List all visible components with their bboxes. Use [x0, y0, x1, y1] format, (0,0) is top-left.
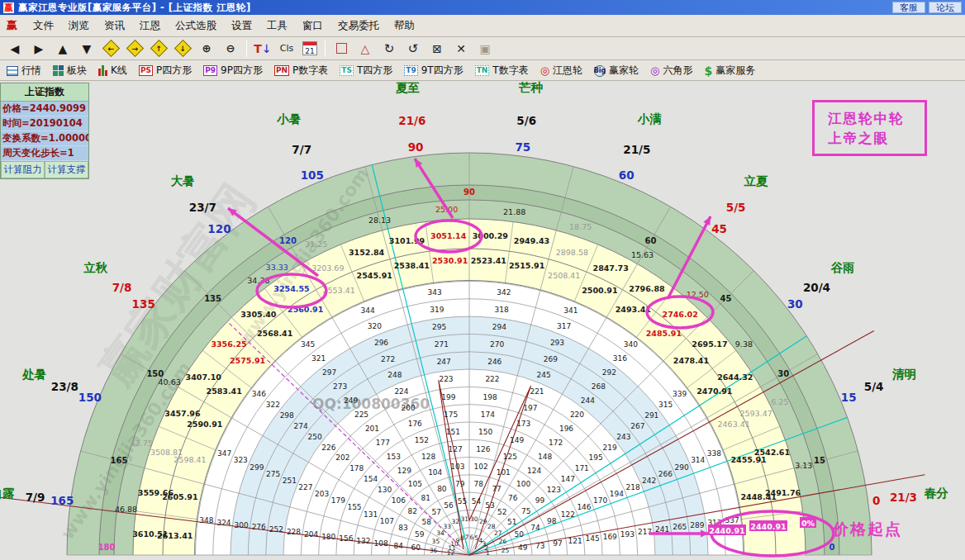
inner-degree-label: 165 [111, 456, 128, 465]
zoom-out-icon[interactable]: ⊖ [222, 40, 239, 57]
menu-help[interactable]: 帮助 [387, 17, 422, 36]
draw-triangle-icon[interactable]: △ [357, 40, 373, 57]
date-value: 时间=20190104 [1, 116, 88, 131]
forum-button[interactable]: 论坛 [929, 2, 962, 13]
menu-formula-stock[interactable]: 公式选股 [168, 17, 224, 36]
ring-number: 12 [447, 549, 455, 557]
price-value: 3305.40 [240, 310, 277, 319]
sort-price-icon[interactable]: T↓ [254, 40, 271, 57]
ring-number: 172 [549, 439, 563, 447]
ring-number: 125 [503, 453, 517, 461]
ring-number: 149 [510, 436, 524, 444]
ring-number: 314 [691, 456, 705, 464]
maximize-view-icon[interactable]: ⊠ [429, 40, 445, 57]
view-t-table[interactable]: TNT数字表 [475, 64, 529, 78]
nav-forward-icon[interactable]: ▶ [31, 40, 47, 57]
draw-square-icon[interactable] [333, 40, 349, 57]
view-sectors[interactable]: 板块 [53, 64, 87, 78]
ring-number: 203 [315, 490, 329, 498]
ring-number: 126 [476, 445, 490, 453]
view-winner-service[interactable]: $赢家服务 [704, 64, 755, 78]
view-winner-wheel[interactable]: Big赢家轮 [594, 64, 639, 78]
view-t-square[interactable]: TST四方形 [340, 64, 392, 78]
date-label: 21/6 [398, 114, 425, 127]
ring-number: 98 [547, 517, 557, 525]
view-9p-square[interactable]: P99P四方形 [203, 64, 263, 78]
ring-number: 25 [502, 547, 510, 554]
ring-number: 106 [392, 496, 406, 505]
view-p-table[interactable]: PNP数字表 [274, 64, 328, 78]
menu-window[interactable]: 窗口 [295, 17, 330, 36]
outer-degree-label: 60 [619, 168, 635, 182]
inner-degree-label: 180 [98, 543, 116, 552]
ring-number: 83 [398, 524, 407, 532]
view-gann-wheel[interactable]: ◎江恩轮 [540, 64, 582, 78]
service-button[interactable]: 客服 [892, 2, 925, 13]
ring-number: 291 [644, 411, 658, 420]
menu-settings[interactable]: 设置 [224, 17, 259, 36]
ps-icon: PS [139, 65, 153, 76]
menu-browse[interactable]: 浏览 [61, 17, 97, 36]
menu-file[interactable]: 文件 [26, 17, 61, 36]
outer-degree-label: 150 [78, 391, 102, 404]
ring-number: 107 [380, 517, 394, 525]
pan-down-icon[interactable]: ↓ [174, 40, 191, 57]
shrink-view-icon[interactable]: ✕ [453, 40, 469, 57]
view-quotes[interactable]: 行情 [7, 64, 41, 78]
title-bar: 赢 赢家江恩专业版[赢家服务平台] - [上证指数 江恩轮] 客服 论坛 [0, 0, 965, 15]
ring-number: 295 [432, 323, 446, 331]
ring-number: 318 [495, 306, 509, 314]
zoom-in-icon[interactable]: ⊕ [198, 40, 215, 57]
ring-number: 252 [269, 525, 283, 534]
inner-degree-label: 90 [463, 187, 475, 197]
ring-number: 34 [436, 529, 444, 537]
solar-term-label: 谷雨 [830, 261, 855, 274]
price-value: 2542.61 [754, 448, 790, 457]
outer-degree-label: 0 [872, 494, 880, 507]
ring-number: 3 [483, 540, 487, 548]
menu-trade[interactable]: 交易委托 [330, 17, 387, 36]
view-hexagon[interactable]: ◎六角形 [650, 64, 692, 78]
quote-grid-icon [7, 66, 18, 76]
calc-resistance-button[interactable]: 计算阻力 [1, 161, 45, 178]
price-value: 2796.88 [629, 284, 665, 293]
calendar-icon[interactable]: 21 [302, 41, 317, 55]
ring-number: 272 [381, 355, 395, 363]
cls-button[interactable]: Cls [278, 40, 295, 57]
menu-tools[interactable]: 工具 [259, 17, 295, 36]
ring-number: 152 [415, 436, 429, 444]
rotate-cw-icon[interactable]: ↻ [381, 40, 397, 57]
price-value: 2949.43 [514, 236, 549, 245]
step-per-degree: 周天变化步长=1 [1, 146, 88, 161]
ring-number: 124 [527, 467, 541, 475]
price-value: 2508.41 [548, 271, 580, 280]
ring-number: 78 [474, 480, 484, 488]
pan-right-icon[interactable]: → [126, 40, 143, 57]
ring-number: 348 [199, 516, 213, 524]
nav-back-icon[interactable]: ◀ [7, 40, 23, 57]
view-9t-square[interactable]: T99T四方形 [404, 64, 463, 78]
menu-news[interactable]: 资讯 [97, 17, 132, 36]
rotate-ccw-icon[interactable]: ↺ [405, 40, 421, 57]
outer-degree-label: 30 [787, 297, 803, 311]
t9-icon: T9 [404, 65, 417, 76]
pan-up-icon[interactable]: ↑ [150, 40, 167, 57]
price-value: 2523.41 [471, 256, 506, 265]
ts-icon: TS [340, 65, 354, 76]
board-icon[interactable]: ▣ [477, 40, 493, 57]
window-title: 赢家江恩专业版[赢家服务平台] - [上证指数 江恩轮] [18, 2, 251, 14]
calc-support-button[interactable]: 计算支撑 [45, 161, 88, 178]
view-kline[interactable]: K线 [98, 64, 127, 78]
ring-number: 171 [575, 464, 589, 472]
kline-candles-icon [98, 65, 107, 76]
ring-number: 57 [432, 508, 441, 516]
solar-term-label: 夏至 [395, 81, 421, 94]
ring-number: 154 [364, 475, 378, 483]
pan-left-icon[interactable]: ← [102, 40, 119, 57]
ring-number: 148 [538, 453, 552, 461]
nav-up-icon[interactable]: ▲ [55, 40, 71, 57]
annotation-line2: 上帝之眼 [828, 129, 920, 149]
nav-down-icon[interactable]: ▼ [78, 40, 95, 57]
view-p-square[interactable]: PSP四方形 [139, 64, 192, 78]
menu-gann[interactable]: 江恩 [132, 17, 168, 36]
